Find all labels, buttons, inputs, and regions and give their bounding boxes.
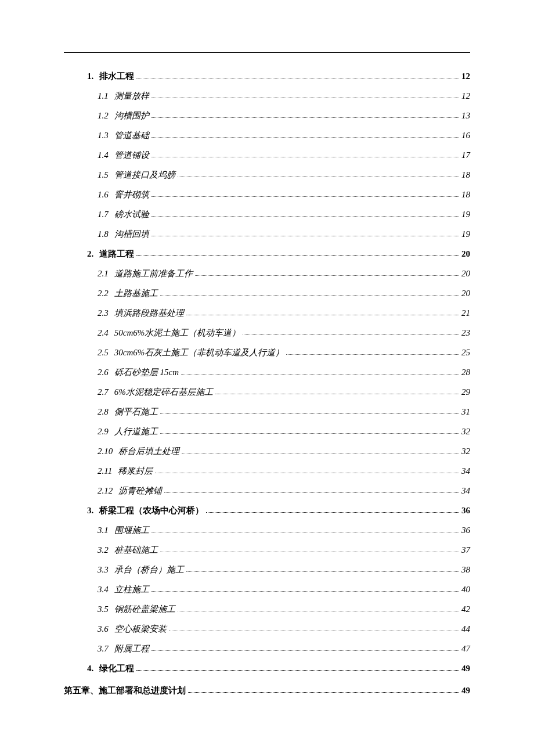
toc-number: 3.2 [98, 543, 109, 557]
toc-leader-dots [286, 354, 459, 355]
toc-number: 2.9 [98, 424, 109, 438]
toc-leader-dots [188, 692, 459, 693]
toc-entry: 2.9人行道施工32 [64, 424, 470, 438]
toc-entry: 3.6空心板梁安装44 [64, 622, 470, 636]
toc-entry: 1.排水工程12 [64, 69, 470, 83]
toc-number: 3.5 [98, 602, 109, 616]
toc-number: 1.6 [98, 188, 109, 201]
toc-title-text: 空心板梁安装 [114, 622, 167, 636]
toc-leader-dots [155, 473, 459, 473]
toc-title-text: 桥梁工程（农场中心河桥） [99, 503, 204, 517]
toc-page-number: 12 [461, 89, 470, 103]
toc-leader-dots [206, 512, 459, 513]
toc-title-text: 道路工程 [99, 247, 134, 261]
toc-entry: 2.530cm6%石灰土施工（非机动车道及人行道）25 [64, 345, 470, 359]
toc-entry: 1.6窨井砌筑18 [64, 188, 470, 201]
toc-page-number: 25 [461, 345, 470, 359]
toc-number: 1. [87, 69, 99, 83]
toc-leader-dots [136, 670, 459, 671]
toc-page-number: 49 [461, 661, 470, 675]
toc-leader-dots [169, 631, 459, 631]
toc-page-number: 13 [461, 109, 470, 123]
toc-title-text: 沟槽围护 [114, 109, 149, 123]
toc-number: 1.8 [98, 227, 109, 241]
toc-title-text: 窨井砌筑 [114, 188, 149, 201]
toc-page-number: 20 [461, 286, 470, 300]
toc-entry: 2.道路工程20 [64, 247, 470, 261]
toc-entry: 2.3填浜路段路基处理21 [64, 306, 470, 320]
toc-leader-dots [151, 117, 459, 118]
toc-leader-dots [151, 591, 459, 592]
toc-number: 2.7 [98, 385, 109, 399]
toc-number: 3.6 [98, 622, 109, 636]
toc-entry: 1.4管道铺设17 [64, 148, 470, 162]
table-of-contents: 1.排水工程121.1测量放样121.2沟槽围护131.3管道基础161.4管道… [64, 69, 470, 697]
toc-title-text: 沟槽回填 [114, 227, 149, 241]
toc-page-number: 21 [461, 306, 470, 320]
toc-entry: 1.2沟槽围护13 [64, 109, 470, 123]
toc-title-text: 50cm6%水泥土施工（机动车道） [114, 326, 241, 340]
toc-leader-dots [136, 78, 459, 78]
toc-entry: 2.1道路施工前准备工作20 [64, 267, 470, 280]
toc-page-number: 18 [461, 168, 470, 182]
toc-title-text: 砾石砂垫层 15cm [114, 365, 179, 379]
toc-number: 2.12 [98, 484, 113, 498]
toc-number: 1.5 [98, 168, 109, 182]
toc-leader-dots [151, 98, 459, 98]
toc-page-number: 16 [461, 128, 470, 142]
toc-title-text: 排水工程 [99, 69, 134, 83]
toc-title-text: 管道基础 [114, 128, 149, 142]
toc-title-text: 第五章、施工部署和总进度计划 [64, 683, 186, 697]
toc-page-number: 12 [461, 69, 470, 83]
toc-entry: 2.6砾石砂垫层 15cm28 [64, 365, 470, 379]
toc-number: 1.7 [98, 207, 109, 221]
toc-number: 2.10 [98, 444, 113, 458]
toc-page-number: 29 [461, 385, 470, 399]
toc-title-text: 钢筋砼盖梁施工 [114, 602, 175, 616]
toc-entry: 1.7磅水试验19 [64, 207, 470, 221]
toc-number: 2. [87, 247, 99, 261]
toc-leader-dots [181, 374, 459, 375]
toc-leader-dots [136, 255, 459, 256]
toc-title-text: 人行道施工 [114, 424, 158, 438]
toc-page-number: 31 [461, 405, 470, 419]
toc-entry: 1.1测量放样12 [64, 89, 470, 103]
toc-page-number: 18 [461, 188, 470, 201]
toc-title-text: 附属工程 [114, 642, 149, 656]
toc-entry: 3.5钢筋砼盖梁施工42 [64, 602, 470, 616]
toc-title-text: 沥青砼摊铺 [118, 484, 162, 498]
toc-entry: 2.76%水泥稳定碎石基层施工29 [64, 385, 470, 399]
toc-number: 3.1 [98, 523, 109, 537]
toc-leader-dots [178, 177, 459, 177]
toc-entry: 1.8沟槽回填19 [64, 227, 470, 241]
toc-number: 3.4 [98, 582, 109, 596]
toc-number: 3.7 [98, 642, 109, 656]
toc-entry: 1.5管道接口及坞膀18 [64, 168, 470, 182]
toc-entry: 3.4立柱施工40 [64, 582, 470, 596]
toc-leader-dots [151, 650, 459, 651]
toc-page-number: 36 [461, 523, 470, 537]
toc-leader-dots [178, 611, 459, 611]
toc-number: 2.2 [98, 286, 109, 300]
toc-title-text: 围堰施工 [114, 523, 149, 537]
toc-page-number: 32 [461, 424, 470, 438]
toc-page-number: 34 [461, 484, 470, 498]
toc-page-number: 19 [461, 207, 470, 221]
toc-leader-dots [215, 394, 459, 394]
toc-page-number: 32 [461, 444, 470, 458]
toc-leader-dots [151, 532, 459, 532]
toc-title-text: 桥台后填土处理 [118, 444, 179, 458]
toc-number: 3.3 [98, 563, 109, 577]
toc-page-number: 28 [461, 365, 470, 379]
toc-title-text: 桩基础施工 [114, 543, 158, 557]
toc-title-text: 测量放样 [114, 89, 149, 103]
toc-title-text: 30cm6%石灰土施工（非机动车道及人行道） [114, 345, 284, 359]
toc-page-number: 20 [461, 247, 470, 261]
toc-entry: 3.7附属工程47 [64, 642, 470, 656]
toc-number: 1.3 [98, 128, 109, 142]
toc-page-number: 40 [461, 582, 470, 596]
toc-entry: 4.绿化工程49 [64, 661, 470, 675]
toc-title-text: 道路施工前准备工作 [114, 267, 193, 280]
toc-entry: 2.11稀浆封层34 [64, 464, 470, 478]
toc-entry: 2.10桥台后填土处理32 [64, 444, 470, 458]
